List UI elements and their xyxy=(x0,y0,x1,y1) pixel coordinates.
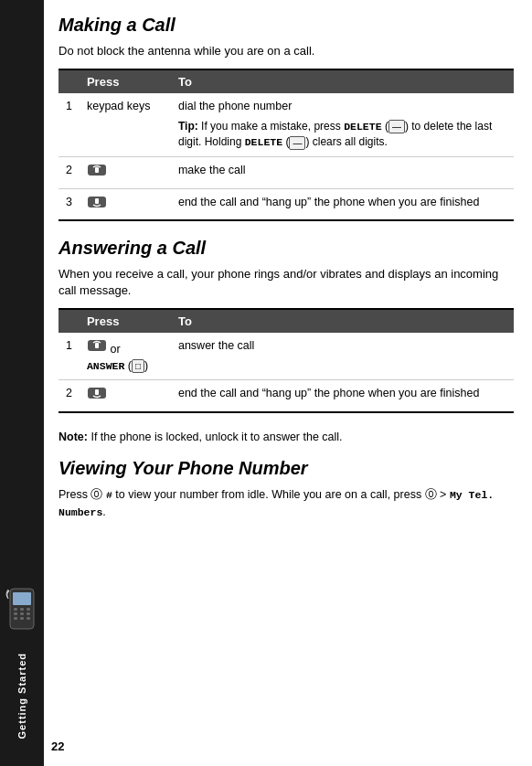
svg-rect-10 xyxy=(27,617,30,620)
svg-rect-16 xyxy=(95,343,99,348)
svg-rect-8 xyxy=(14,617,17,620)
to-end-call-2: end the call and “hang up” the phone whe… xyxy=(171,380,514,412)
press-end-2 xyxy=(80,380,171,412)
svg-rect-18 xyxy=(95,389,99,395)
send-button-icon xyxy=(87,163,107,177)
row-num: 3 xyxy=(59,188,80,220)
page-number: 22 xyxy=(51,739,64,753)
svg-rect-1 xyxy=(13,592,31,605)
svg-rect-3 xyxy=(20,608,24,611)
svg-rect-12 xyxy=(95,167,99,173)
table-row: 2 end the call and “hang up” the phone w… xyxy=(59,380,514,412)
answer-icon: □ xyxy=(132,359,144,373)
to-end-call: end the call and “hang up” the phone whe… xyxy=(171,188,514,220)
delete-icon-2: ― xyxy=(289,136,305,150)
answering-a-call-subtitle: When you receive a call, your phone ring… xyxy=(59,266,514,299)
table-col-num xyxy=(59,69,80,93)
making-table-press-header: Press xyxy=(80,69,171,93)
table-row: 1 or ANSWER (□) answer the call xyxy=(59,333,514,380)
row-num: 2 xyxy=(59,380,80,412)
answering-a-call-title: Answering a Call xyxy=(59,238,514,259)
table-col-num xyxy=(59,309,80,333)
table-row: 1 keypad keys dial the phone number Tip:… xyxy=(59,93,514,156)
phone-icon xyxy=(5,588,38,642)
answering-a-call-table: Press To 1 or ANSWER (□) xyxy=(59,308,514,413)
tip-label: Tip: xyxy=(178,120,198,133)
to-answer: answer the call xyxy=(171,333,514,380)
svg-rect-2 xyxy=(14,608,17,611)
svg-rect-14 xyxy=(95,198,99,204)
making-a-call-table: Press To 1 keypad keys dial the phone nu… xyxy=(59,69,514,221)
main-content: Making a Call Do not block the antenna w… xyxy=(44,0,532,766)
end-button-icon xyxy=(87,195,107,209)
delete-key-2: DELETE xyxy=(245,136,282,148)
row-num: 1 xyxy=(59,333,80,380)
send-button-icon-2 xyxy=(87,338,107,353)
tip-text: Tip: If you make a mistake, press DELETE… xyxy=(178,119,506,151)
end-button-icon-2 xyxy=(87,386,107,400)
note-text: Note: If the phone is locked, unlock it … xyxy=(59,430,514,446)
row-num: 2 xyxy=(59,157,80,189)
making-a-call-subtitle: Do not block the antenna while you are o… xyxy=(59,43,514,59)
answer-key: ANSWER xyxy=(87,360,124,372)
table-row: 2 make the call xyxy=(59,157,514,189)
to-dial: dial the phone number Tip: If you make a… xyxy=(171,93,514,156)
press-end xyxy=(80,188,171,220)
sidebar-label: Getting Started xyxy=(16,653,27,739)
press-send xyxy=(80,157,171,189)
svg-rect-5 xyxy=(14,612,17,615)
svg-rect-4 xyxy=(27,608,30,611)
dial-text: dial the phone number xyxy=(178,99,506,115)
row-num: 1 xyxy=(59,93,80,156)
svg-rect-7 xyxy=(27,612,30,615)
or-label: or xyxy=(110,343,120,356)
viewing-phone-number-body: Press ⓪ # to view your number from idle.… xyxy=(59,486,514,521)
viewing-phone-number-title: Viewing Your Phone Number xyxy=(59,458,514,479)
delete-key-1: DELETE xyxy=(344,121,381,133)
svg-rect-9 xyxy=(20,617,24,620)
press-send-or-answer: or ANSWER (□) xyxy=(80,333,171,380)
answering-table-to-header: To xyxy=(171,309,514,333)
hash-key: # xyxy=(106,489,112,501)
making-table-to-header: To xyxy=(171,69,514,93)
svg-rect-6 xyxy=(20,612,24,615)
sidebar: Getting Started xyxy=(0,0,44,766)
my-tel-menu: My Tel. Numbers xyxy=(59,489,494,518)
press-keypad: keypad keys xyxy=(80,93,171,156)
answering-table-press-header: Press xyxy=(80,309,171,333)
note-label: Note: xyxy=(59,431,88,443)
to-make-call: make the call xyxy=(171,157,514,189)
table-row: 3 end the call and “hang up” the phone w… xyxy=(59,188,514,220)
delete-icon-1: ― xyxy=(388,120,405,133)
making-a-call-title: Making a Call xyxy=(59,15,514,36)
